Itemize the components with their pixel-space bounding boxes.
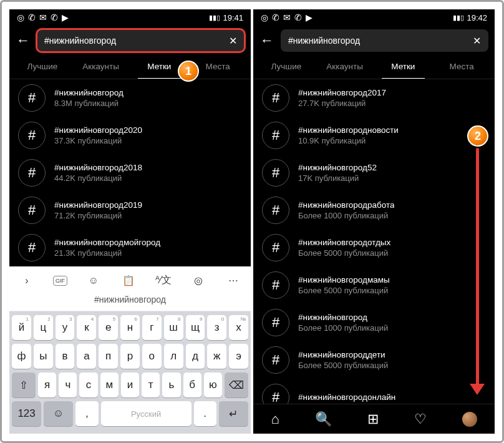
result-subtitle: 21.3K публикаций (54, 248, 160, 258)
key-з[interactable]: з0 (207, 315, 226, 340)
results-list[interactable]: ##нижнийновгород8.3M публикаций##нижнийн… (9, 79, 251, 266)
result-row[interactable]: ##нижнийновгород202037.3K публикаций (9, 117, 251, 154)
result-subtitle: 71.2K публикаций (54, 211, 142, 220)
key-м[interactable]: м (100, 372, 119, 397)
search-input[interactable]: #нижнийновгород ✕ (281, 29, 488, 52)
result-row[interactable]: ##нижнийновгородотдыхБолее 5000 публикац… (253, 229, 495, 266)
key-ю[interactable]: ю (204, 372, 222, 397)
time-label: 19:41 (223, 13, 243, 22)
translate-icon[interactable]: ᴬ⁄文 (155, 274, 172, 287)
key-я[interactable]: я (38, 372, 56, 397)
chevron-icon[interactable]: › (18, 275, 36, 286)
tab-лучшие[interactable]: Лучшие (257, 56, 316, 79)
key-е[interactable]: е5 (99, 315, 118, 340)
result-subtitle: 8.3M публикаций (54, 99, 124, 108)
more-icon[interactable]: ⋯ (225, 275, 242, 286)
key-т[interactable]: т (142, 372, 160, 397)
result-row[interactable]: ##нижнийновгороддетиБолее 5000 публикаци… (253, 341, 495, 379)
clear-button[interactable]: ✕ (229, 35, 237, 47)
key-ы[interactable]: ы (34, 344, 53, 369)
result-row[interactable]: ##нижнийновгородновости10.9K публикаций (253, 117, 495, 154)
result-row[interactable]: ##нижнийновгородмамыБолее 5000 публикаци… (253, 266, 495, 304)
result-row[interactable]: ##нижнийновгородработаБолее 1000 публика… (253, 192, 495, 229)
sticker-icon[interactable]: ☺ (85, 275, 102, 286)
result-row[interactable]: ##нижнийновгород8.3M публикаций (9, 79, 251, 117)
key-123[interactable]: 123 (12, 401, 41, 426)
heart-icon[interactable]: ♡ (414, 411, 427, 427)
result-row[interactable]: ##нижнийновгородмойгород21.3K публикаций (9, 229, 251, 266)
result-row[interactable]: ##нижнийновгородБолее 1000 публикаций (253, 304, 495, 341)
key-п[interactable]: п (99, 344, 118, 369)
kb-keys: й1ц2у3к4е5н6г7ш8щ9з0х№ фывапролджэ ⇧ячсм… (9, 311, 251, 434)
result-row[interactable]: ##нижнийновгородонлайн (253, 379, 495, 404)
key-⇧[interactable]: ⇧ (12, 372, 36, 397)
key-ч[interactable]: ч (59, 372, 77, 397)
search-value: #нижнийновгород (44, 36, 229, 46)
result-row[interactable]: ##нижнийновгород201727.7K публикаций (253, 79, 495, 117)
key-dot[interactable]: . (194, 401, 216, 426)
search-input[interactable]: #нижнийновгород ✕ (37, 29, 245, 52)
back-button[interactable]: ← (16, 32, 31, 49)
key-о[interactable]: о (142, 344, 162, 369)
tab-метки[interactable]: Метки (374, 56, 433, 79)
result-row[interactable]: ##нижнийновгород201971.2K публикаций (9, 192, 251, 229)
gif-icon[interactable]: GIF (53, 276, 67, 286)
tab-места[interactable]: Места (432, 56, 491, 79)
key-с[interactable]: с (79, 372, 97, 397)
key-ь[interactable]: ь (162, 372, 180, 397)
key-д[interactable]: д (186, 344, 205, 369)
key-р[interactable]: р (120, 344, 140, 369)
clipboard-icon[interactable]: 📋 (120, 275, 137, 286)
key-comma[interactable]: , (75, 401, 98, 426)
viber2-icon: ✆ (51, 13, 58, 22)
result-tag: #нижнийновгород2019 (54, 200, 142, 210)
key-и[interactable]: и (121, 372, 139, 397)
play-icon: ▶ (306, 13, 313, 22)
phone-left: ◎ ✆ ✉ ✆ ▶ ▮▮▯ 19:41 ← #нижнийновгород ✕ (9, 9, 251, 434)
tab-лучшие[interactable]: Лучшие (13, 56, 72, 79)
key-ц[interactable]: ц2 (34, 315, 53, 340)
key-э[interactable]: э (229, 344, 248, 369)
key-ж[interactable]: ж (207, 344, 226, 369)
avatar-icon[interactable] (462, 412, 477, 427)
result-tag: #нижнийновгородонлайн (298, 392, 395, 402)
key-у[interactable]: у3 (56, 315, 75, 340)
hashtag-icon: # (262, 159, 289, 187)
key-г[interactable]: г7 (142, 315, 162, 340)
back-button[interactable]: ← (259, 32, 274, 49)
tab-аккаунты[interactable]: Аккаунты (316, 56, 374, 79)
clear-button[interactable]: ✕ (473, 35, 481, 47)
instagram-icon: ◎ (17, 13, 24, 22)
results-list[interactable]: ##нижнийновгород201727.7K публикаций##ни… (253, 79, 495, 404)
key-а[interactable]: а (77, 344, 96, 369)
key-щ[interactable]: щ9 (186, 315, 205, 340)
key-к[interactable]: к4 (77, 315, 96, 340)
home-icon[interactable]: ⌂ (271, 411, 279, 427)
hashtag-icon: # (18, 159, 46, 187)
key-emoji[interactable]: ☺ (44, 401, 73, 426)
hashtag-icon: # (262, 84, 289, 112)
key-ф[interactable]: ф (12, 344, 31, 369)
tab-аккаунты[interactable]: Аккаунты (72, 56, 130, 79)
result-tag: #нижнийновгород (298, 313, 388, 322)
key-й[interactable]: й1 (12, 315, 31, 340)
key-л[interactable]: л (164, 344, 183, 369)
key-space[interactable]: Русский (101, 401, 191, 426)
key-в[interactable]: в (56, 344, 75, 369)
tabs: ЛучшиеАккаунтыМеткиМеста (253, 56, 495, 79)
result-row[interactable]: ##нижнийновгород201844.2K публикаций (9, 154, 251, 192)
key-х[interactable]: х№ (229, 315, 248, 340)
key-⌫[interactable]: ⌫ (225, 372, 248, 397)
result-row[interactable]: ##нижнийновгород5217K публикаций (253, 154, 495, 192)
search-icon[interactable]: 🔍 (315, 411, 332, 427)
target-icon[interactable]: ◎ (190, 275, 207, 286)
key-н[interactable]: н6 (120, 315, 140, 340)
search-row: ← #нижнийновгород ✕ (9, 26, 251, 56)
add-icon[interactable]: ⊞ (367, 411, 379, 427)
key-б[interactable]: б (183, 372, 201, 397)
hashtag-icon: # (262, 384, 289, 404)
hashtag-icon: # (262, 346, 289, 374)
key-enter[interactable]: ↵ (219, 401, 248, 426)
key-ш[interactable]: ш8 (164, 315, 183, 340)
annotation-badge-2: 2 (467, 125, 488, 147)
